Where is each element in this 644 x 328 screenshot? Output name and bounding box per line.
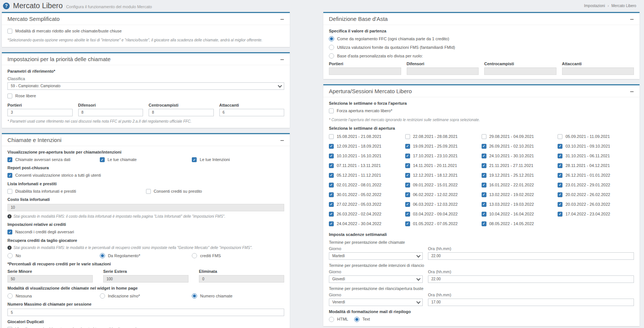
checkbox-nascondi-crediti[interactable]: Nascondi i crediti degli avversari [7, 230, 74, 234]
week-checkbox[interactable]: 26.09.2021 - 02.10.2021 [482, 144, 558, 149]
checkbox-option[interactable]: Le tue chiamate [100, 157, 192, 162]
collapse-icon[interactable] [279, 17, 285, 22]
field-input[interactable]: 6 [219, 109, 285, 116]
week-checkbox[interactable]: 10.10.2021 - 16.10.2021 [329, 154, 405, 158]
checkbox-option[interactable]: Disabilita lista infortunati e prestiti [7, 189, 146, 194]
radio-icon [100, 293, 105, 299]
week-checkbox[interactable]: 12.12.2021 - 18.12.2021 [405, 173, 482, 178]
collapse-icon[interactable] [279, 57, 285, 62]
field-input[interactable]: 3 [7, 109, 73, 116]
collapse-icon[interactable] [629, 17, 634, 22]
field-input[interactable]: 100 [103, 275, 188, 283]
field-input[interactable]: 50 [7, 275, 93, 283]
week-checkbox[interactable]: 03.04.2022 - 09.04.2022 [405, 212, 482, 217]
checkbox-icon [329, 163, 334, 168]
giorno-select[interactable]: Giovedì [329, 275, 423, 283]
week-checkbox[interactable]: 08.05.2022 - 14.05.2022 [482, 221, 558, 226]
checkbox-option[interactable]: Chiamate avversari senza dati [7, 157, 100, 162]
field-input[interactable] [407, 67, 479, 75]
field-label: Serie Estera [103, 269, 188, 274]
week-checkbox[interactable]: 14.11.2021 - 20.11.2021 [405, 163, 482, 168]
help-icon[interactable] [3, 3, 10, 9]
week-checkbox[interactable]: 05.12.2021 - 11.12.2021 [329, 173, 405, 178]
week-checkbox[interactable]: 19.09.2021 - 25.09.2021 [405, 144, 482, 149]
checkbox-option[interactable]: Le tue Intenzioni [192, 157, 284, 162]
week-checkbox[interactable]: 17.04.2022 - 23.04.2022 [558, 212, 634, 217]
checkbox-storico[interactable]: Consenti visualizzazione storico a tutti… [7, 173, 101, 178]
week-checkbox[interactable]: 26.03.2022 - 02.04.2022 [329, 212, 405, 217]
week-checkbox[interactable]: 30.01.2022 - 05.02.2022 [329, 192, 405, 197]
week-checkbox[interactable]: 06.02.2022 - 12.02.2022 [405, 192, 482, 197]
giorno-select[interactable]: Martedì [329, 252, 423, 260]
ora-label: Ora (hh.mm) [428, 246, 634, 251]
radio-option[interactable]: Utilizza valutazioni fornite da quotazio… [329, 45, 634, 50]
base-asta-roles: PortieriDifensoriCentrocampistiAttaccant… [329, 62, 634, 75]
week-checkbox[interactable]: 22.08.2021 - 28.08.2021 [405, 134, 482, 139]
radio-option[interactable]: HTML [329, 317, 348, 322]
field-input[interactable] [562, 67, 634, 75]
collapse-icon[interactable] [629, 89, 634, 94]
deadline-block: Termine per presentazione delle intenzio… [329, 263, 634, 283]
week-checkbox[interactable]: 28.11.2021 - 04.12.2021 [558, 163, 634, 168]
week-checkbox[interactable]: 01.05.2022 - 07.05.2022 [405, 221, 482, 226]
radio-option[interactable]: Text [354, 317, 370, 322]
field-input[interactable] [329, 67, 401, 75]
panel-note: * Parametri usati come riferimento nei c… [7, 119, 284, 124]
week-checkbox[interactable]: 19.12.2021 - 25.12.2021 [482, 173, 558, 178]
week-checkbox[interactable]: 23.01.2022 - 29.01.2022 [558, 183, 634, 187]
labeled-field: Difensori8 [78, 103, 143, 116]
week-checkbox[interactable]: 27.02.2022 - 05.03.2022 [329, 202, 405, 207]
radio-option[interactable]: Come da regolamento FFC (ogni chiamata p… [329, 36, 634, 41]
week-checkbox[interactable]: 17.10.2021 - 23.10.2021 [405, 154, 482, 158]
field-input[interactable]: 8 [78, 109, 143, 116]
week-checkbox[interactable]: 06.03.2022 - 12.03.2022 [405, 202, 482, 207]
field-label: Serie Minore [7, 269, 93, 274]
costo-input[interactable]: 10 [7, 204, 284, 211]
ora-input[interactable]: 22.00 [428, 275, 634, 283]
breadcrumb-impostazioni[interactable]: Impostazioni [584, 4, 605, 8]
week-checkbox[interactable]: 10.04.2022 - 16.04.2022 [482, 212, 558, 217]
week-checkbox[interactable]: 24.10.2021 - 30.10.2021 [482, 154, 558, 158]
max-chiamate-input[interactable]: 5 [7, 309, 284, 316]
week-checkbox[interactable]: 24.04.2022 - 30.04.2022 [329, 221, 405, 226]
week-checkbox[interactable]: 15.08.2021 - 21.08.2021 [329, 134, 405, 139]
week-checkbox[interactable]: 13.02.2022 - 19.02.2022 [482, 192, 558, 197]
radio-option[interactable]: Da Regolamento* [100, 253, 192, 258]
ora-input[interactable]: 17.00 [428, 299, 634, 306]
ora-input[interactable]: 22.00 [428, 252, 634, 260]
week-checkbox[interactable]: 12.09.2021 - 18.09.2021 [329, 144, 405, 149]
week-checkbox[interactable]: 26.12.2021 - 01.01.2022 [558, 173, 634, 178]
checkbox-option[interactable]: Consenti crediti su prestito [146, 189, 285, 194]
radio-option[interactable]: No [7, 253, 100, 258]
checkbox-icon [7, 173, 12, 178]
field-input[interactable]: 8 [149, 109, 214, 116]
classifica-select[interactable]: 59 - Campionato: Campionato [7, 82, 284, 90]
week-checkbox[interactable]: 16.01.2022 - 22.01.2022 [482, 183, 558, 187]
option-label: 29.08.2021 - 04.09.2021 [489, 134, 534, 139]
week-checkbox[interactable]: 02.01.2022 - 08.01.2022 [329, 183, 405, 187]
option-label: Disabilita lista infortunati e prestiti [15, 189, 76, 194]
checkbox-icon [7, 230, 12, 234]
week-checkbox[interactable]: 05.09.2021 - 11.09.2021 [558, 134, 634, 139]
week-checkbox[interactable]: 07.11.2021 - 13.11.2021 [329, 163, 405, 168]
checkbox-mercato-ridotto[interactable]: Modalità di mercato ridotto alle sole ch… [7, 29, 122, 34]
week-checkbox[interactable]: 29.08.2021 - 04.09.2021 [482, 134, 558, 139]
field-input[interactable]: 0 [199, 275, 284, 283]
radio-option[interactable]: Indicazione si/no* [100, 293, 192, 299]
radio-option[interactable]: crediti FMS [192, 253, 284, 258]
week-checkbox[interactable]: 20.02.2022 - 26.02.2022 [558, 192, 634, 197]
giorno-select[interactable]: Venerdì [329, 299, 423, 306]
week-checkbox[interactable]: 13.03.2022 - 19.03.2022 [482, 202, 558, 207]
radio-option[interactable]: Nessuna [7, 293, 100, 299]
field-input[interactable] [484, 67, 556, 75]
week-checkbox[interactable]: 09.01.2022 - 15.01.2022 [405, 183, 482, 187]
week-checkbox[interactable]: 20.03.2022 - 26.03.2022 [558, 202, 634, 207]
radio-option[interactable]: Numero chiamate [192, 293, 284, 299]
week-checkbox[interactable]: 03.10.2021 - 09.10.2021 [558, 144, 634, 149]
week-checkbox[interactable]: 21.11.2021 - 27.11.2021 [482, 163, 558, 168]
checkbox-forza-apertura[interactable]: Forza apertura mercato libero* [329, 108, 392, 113]
radio-option[interactable]: Base d'asta personalizzata e/o divisa pe… [329, 53, 634, 59]
week-checkbox[interactable]: 31.10.2021 - 06.11.2021 [558, 154, 634, 158]
checkbox-rose-libere[interactable]: Rose libere [7, 94, 36, 98]
collapse-icon[interactable] [279, 138, 285, 143]
